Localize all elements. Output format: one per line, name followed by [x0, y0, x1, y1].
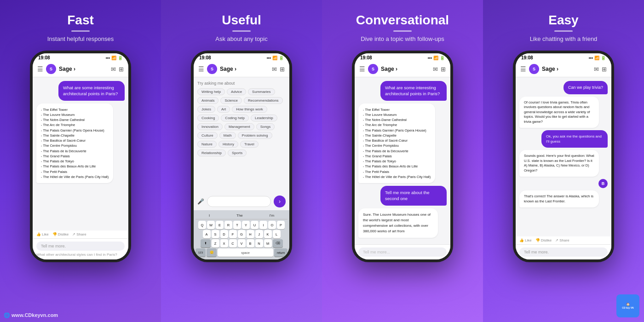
tag-innovation[interactable]: Innovation [197, 123, 223, 130]
tag-sports[interactable]: Sports [228, 150, 247, 156]
share-btn-4[interactable]: ↗Share [555, 238, 569, 242]
key-x[interactable]: X [220, 239, 228, 247]
key-h[interactable]: H [247, 230, 254, 238]
tag-advice[interactable]: Advice [227, 88, 246, 95]
wifi-icon-4: 📶 [594, 56, 599, 60]
kbd-suggest-1[interactable]: I [209, 213, 210, 218]
tag-management[interactable]: Management [224, 123, 254, 130]
panel-fast-divider [71, 30, 90, 32]
key-c[interactable]: C [229, 239, 237, 247]
tag-writing[interactable]: Writing help [197, 88, 225, 95]
signal-icon-3: ▪▪▪ [427, 56, 432, 60]
tag-travel[interactable]: Travel [240, 141, 259, 148]
key-m[interactable]: M [264, 239, 272, 247]
tag-culture[interactable]: Culture [197, 132, 218, 139]
keyboard-area: I The I'm Q W E R T Y U I O P A [194, 210, 289, 259]
key-s[interactable]: S [212, 230, 219, 238]
key-d[interactable]: D [220, 230, 228, 238]
tag-math[interactable]: Math [219, 132, 236, 139]
mic-icon[interactable]: 🎤 [197, 198, 204, 205]
dislike-btn-1[interactable]: 👎Dislike [52, 232, 69, 236]
time-2: 19:08 [199, 55, 211, 60]
kbd-suggestions: I The I'm [196, 212, 288, 219]
key-v[interactable]: V [238, 239, 246, 247]
key-shift[interactable]: ⬆ [201, 239, 211, 247]
tag-cooking[interactable]: Cooking [197, 115, 219, 121]
menu-icon-2[interactable]: ☰ [198, 65, 204, 73]
like-btn-4[interactable]: 👍Like [519, 238, 532, 242]
key-delete[interactable]: ⌫ [273, 239, 283, 247]
grid-icon-2[interactable]: ⊞ [280, 66, 285, 73]
key-l[interactable]: L [273, 230, 281, 238]
phone-conversational-screen: 19:08 ▪▪▪ 📶 🔋 ☰ S Sage › ✉ ⊞ What are so… [355, 53, 450, 259]
dislike-icon-4: 👎 [535, 238, 540, 242]
tag-songs[interactable]: Songs [256, 123, 275, 130]
mail-icon-1[interactable]: ✉ [111, 66, 116, 73]
key-space[interactable]: space [218, 248, 273, 257]
grid-icon-4[interactable]: ⊞ [602, 66, 607, 73]
panel-easy-divider [554, 30, 573, 32]
panel-fast-subtitle: Instant helpful responses [47, 35, 114, 42]
chat-content-1: What are some interesting architectural … [33, 77, 128, 230]
tag-coding[interactable]: Coding help [221, 115, 249, 121]
tag-nature[interactable]: Nature [197, 141, 217, 148]
grid-icon-3[interactable]: ⊞ [441, 66, 446, 73]
key-n[interactable]: N [255, 239, 263, 247]
tag-summaries[interactable]: Summaries [248, 88, 275, 95]
key-j[interactable]: J [255, 230, 263, 238]
key-123[interactable]: 123 [196, 248, 206, 257]
menu-icon-1[interactable]: ☰ [37, 65, 43, 73]
key-e[interactable]: E [216, 221, 224, 229]
share-btn-1[interactable]: ↗Share [72, 232, 86, 236]
text-input-useful[interactable] [207, 196, 271, 207]
reaction-bar-4: 👍Like 👎Dislike ↗Share [516, 236, 611, 244]
key-z[interactable]: Z [212, 239, 219, 247]
tag-science[interactable]: Science [220, 97, 242, 104]
chat-input-4[interactable]: Tell me more. [519, 247, 608, 257]
dislike-btn-4[interactable]: 👎Dislike [535, 238, 552, 242]
app-header-4: ☰ S Sage › ✉ ⊞ [516, 61, 611, 77]
menu-icon-4[interactable]: ☰ [520, 65, 526, 73]
tag-recommendations[interactable]: Recommendations [244, 97, 283, 104]
key-r[interactable]: R [224, 221, 232, 229]
reaction-bar-1: 👍Like 👎Dislike ↗Share [33, 230, 128, 238]
key-return[interactable]: return [274, 248, 288, 257]
key-a[interactable]: A [203, 230, 211, 238]
mail-icon-2[interactable]: ✉ [272, 66, 277, 73]
mail-icon-3[interactable]: ✉ [433, 66, 438, 73]
key-u[interactable]: U [251, 221, 259, 229]
chat-input-3[interactable]: Tell me more... [358, 247, 447, 257]
key-q[interactable]: Q [198, 221, 206, 229]
send-btn-useful[interactable]: › [274, 196, 286, 207]
panel-useful-subtitle: Ask about any topic [215, 35, 267, 42]
key-o[interactable]: O [268, 221, 276, 229]
panel-conversational-divider [393, 30, 412, 32]
key-b[interactable]: B [247, 239, 254, 247]
kbd-suggest-3[interactable]: I'm [270, 213, 274, 218]
key-p[interactable]: P [277, 221, 285, 229]
chat-input-1[interactable]: Tell me more. [36, 242, 125, 251]
tag-animals[interactable]: Animals [197, 97, 218, 104]
time-3: 19:08 [360, 55, 372, 60]
tag-art[interactable]: Art [217, 106, 230, 113]
menu-icon-3[interactable]: ☰ [359, 65, 365, 73]
key-f[interactable]: F [229, 230, 237, 238]
tag-jokes[interactable]: Jokes [197, 106, 215, 113]
key-t[interactable]: T [233, 221, 241, 229]
key-w[interactable]: W [207, 221, 215, 229]
tag-relationship[interactable]: Relationship [197, 150, 226, 156]
mail-icon-4[interactable]: ✉ [594, 66, 599, 73]
key-g[interactable]: G [238, 230, 246, 238]
grid-icon-1[interactable]: ⊞ [119, 66, 124, 73]
tag-leadership[interactable]: Leadership [251, 115, 277, 121]
kbd-suggest-2[interactable]: The [236, 213, 243, 218]
like-btn-1[interactable]: 👍Like [36, 232, 49, 236]
key-i[interactable]: I [259, 221, 267, 229]
like-icon-1: 👍 [36, 232, 41, 236]
tag-history[interactable]: History [218, 141, 238, 148]
tag-problem[interactable]: Problem solving [238, 132, 272, 139]
key-emoji[interactable]: 😊 [207, 248, 217, 257]
key-y[interactable]: Y [242, 221, 250, 229]
key-k[interactable]: K [264, 230, 272, 238]
tag-how[interactable]: How things work [232, 106, 267, 113]
